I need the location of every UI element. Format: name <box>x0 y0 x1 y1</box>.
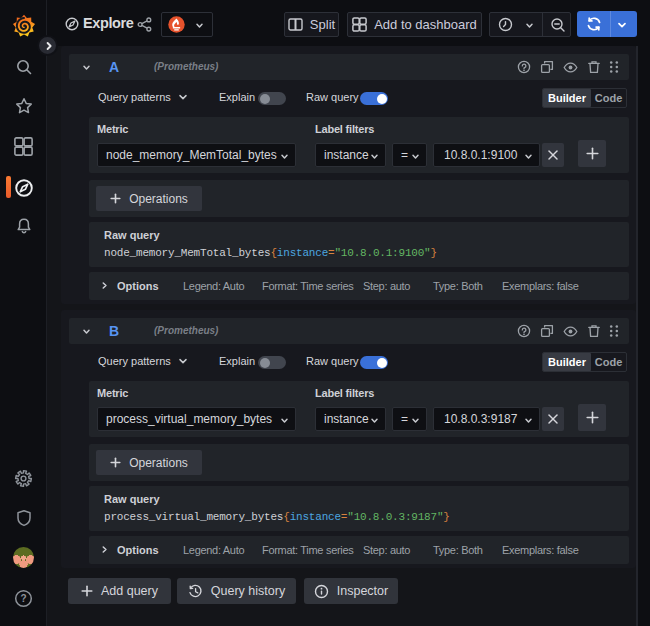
svg-text:?: ? <box>20 593 26 604</box>
